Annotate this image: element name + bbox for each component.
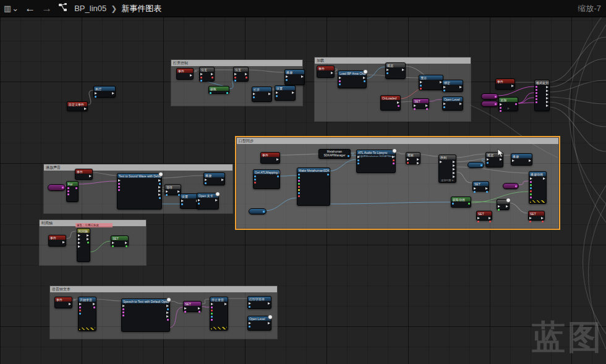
wire[interactable] [548, 37, 606, 82]
pin[interactable] [78, 238, 80, 240]
pin[interactable] [198, 203, 200, 205]
pin[interactable] [298, 186, 300, 188]
pin[interactable] [211, 303, 213, 305]
pin[interactable] [205, 182, 207, 184]
node-fn[interactable]: 开始录音 [78, 297, 96, 331]
pin[interactable] [357, 159, 359, 161]
pin[interactable] [226, 92, 228, 94]
pin[interactable] [254, 176, 256, 177]
node-gy[interactable]: 分支 [199, 67, 215, 82]
pin[interactable] [79, 303, 82, 305]
pin[interactable] [407, 162, 409, 164]
pin[interactable] [286, 75, 288, 78]
pin[interactable] [386, 72, 388, 74]
variable-pill-node[interactable] [249, 208, 267, 214]
pin[interactable] [474, 191, 476, 193]
pin[interactable] [536, 92, 537, 94]
pin[interactable] [211, 316, 213, 318]
pin[interactable] [215, 199, 218, 201]
pin[interactable] [254, 182, 256, 184]
comment-title[interactable]: 语音转文本 [50, 286, 277, 292]
wire[interactable] [548, 102, 606, 127]
pin[interactable] [301, 75, 304, 78]
pin[interactable] [249, 326, 250, 328]
node-ev[interactable]: 事件 [54, 297, 72, 308]
pin[interactable] [425, 104, 428, 107]
pin[interactable] [417, 158, 419, 161]
pin[interactable] [417, 162, 419, 164]
pin[interactable] [529, 221, 531, 222]
pin[interactable] [159, 183, 161, 185]
node-badge-icon[interactable] [215, 192, 220, 197]
pin[interactable] [500, 158, 502, 161]
pin[interactable] [477, 217, 480, 219]
node-fn[interactable]: 绑定 [442, 80, 463, 92]
node-setm[interactable]: SET [412, 98, 429, 109]
pin[interactable] [211, 313, 213, 315]
pin[interactable] [298, 174, 300, 176]
node-fn[interactable]: 播放动画 [529, 171, 547, 204]
pin[interactable] [118, 179, 121, 182]
pin[interactable] [211, 307, 213, 308]
node-pu[interactable]: 获取 [208, 86, 229, 94]
pin[interactable] [190, 74, 192, 77]
node-gy[interactable]: 延迟 [385, 62, 406, 79]
pin[interactable] [166, 194, 168, 196]
pin[interactable] [245, 77, 247, 78]
pin[interactable] [87, 238, 89, 240]
pin[interactable] [529, 159, 531, 162]
back-button[interactable]: ← [25, 2, 35, 15]
pin[interactable] [249, 322, 251, 324]
breadcrumb-asset[interactable]: BP_lin05 [74, 4, 106, 13]
pin[interactable] [198, 311, 200, 313]
wire[interactable] [583, 185, 606, 334]
pin[interactable] [443, 103, 446, 105]
pin[interactable] [453, 168, 455, 171]
node-fn[interactable]: Load BP Area Charm [338, 70, 367, 88]
pin[interactable] [78, 245, 80, 248]
pin[interactable] [485, 187, 488, 190]
wire[interactable] [548, 97, 606, 104]
pin[interactable] [78, 242, 80, 244]
node-ev[interactable]: 事件 [317, 66, 335, 78]
pin[interactable] [198, 307, 200, 310]
node-fn[interactable]: Make MetahumanSDK ATLInput [297, 167, 330, 206]
pin[interactable] [453, 161, 455, 163]
pin[interactable] [122, 305, 125, 307]
pin[interactable] [118, 186, 120, 188]
pin[interactable] [498, 205, 500, 208]
node-fn[interactable]: Speech to Text with Default Options [121, 298, 170, 332]
pin[interactable] [298, 177, 300, 179]
pin[interactable] [393, 163, 395, 164]
pin[interactable] [268, 93, 271, 95]
pin[interactable] [84, 108, 87, 110]
pin[interactable] [253, 96, 255, 98]
wire[interactable] [574, 25, 606, 222]
pin[interactable] [530, 190, 532, 192]
pin[interactable] [184, 307, 187, 310]
node-gy[interactable]: 格式化文本 [534, 80, 550, 111]
pin[interactable] [363, 77, 365, 79]
pin[interactable] [263, 211, 265, 213]
wire[interactable] [517, 98, 534, 103]
pin[interactable] [357, 163, 359, 164]
pin[interactable] [530, 187, 532, 189]
pin[interactable] [158, 193, 161, 196]
pin[interactable] [500, 103, 502, 106]
node-ev[interactable]: 事件 [495, 78, 515, 90]
pin[interactable] [79, 313, 81, 315]
node-gy[interactable]: 有效 [406, 152, 420, 164]
node-badge-icon[interactable] [268, 315, 273, 320]
blueprint-graph-canvas[interactable]: 打开控制加载口型同步播放声音时间轴语音转文本自定义事件执行事件分支分支获取打开设… [0, 0, 606, 364]
pin[interactable] [234, 77, 236, 78]
node-footer[interactable]: 添加引脚 ⊕ [439, 179, 456, 182]
pin[interactable] [298, 192, 300, 194]
wire[interactable] [548, 80, 606, 92]
pin[interactable] [166, 315, 169, 318]
pin[interactable] [166, 305, 169, 307]
pin[interactable] [166, 311, 169, 314]
node-pu[interactable]: 追加⟳ [498, 97, 518, 111]
node-gy[interactable]: 序列添加引脚 ⊕ [438, 154, 456, 183]
pin[interactable] [453, 164, 455, 167]
pin[interactable] [234, 73, 237, 75]
